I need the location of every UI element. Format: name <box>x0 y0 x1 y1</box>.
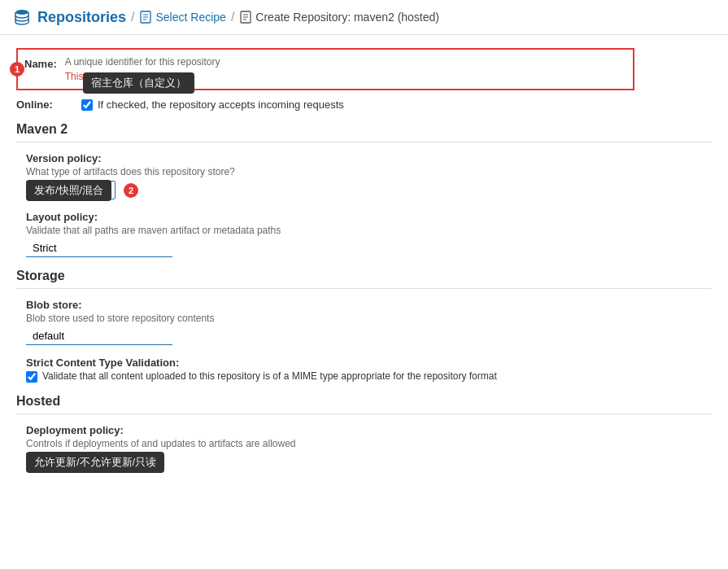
strict-content-checkbox[interactable] <box>26 371 37 383</box>
deployment-policy-hint: Controls if deployments of and updates t… <box>26 438 712 449</box>
breadcrumb-sep-2: / <box>231 10 234 24</box>
blob-store-hint: Blob store used to store repository cont… <box>26 313 712 324</box>
online-label: Online: <box>16 98 73 111</box>
deployment-policy-label: Deployment policy: <box>26 424 712 436</box>
layout-policy-label: Layout policy: <box>26 211 712 223</box>
online-hint: If checked, the repository accepts incom… <box>98 98 344 111</box>
online-checkbox[interactable] <box>81 99 93 111</box>
storage-title: Storage <box>16 269 712 289</box>
strict-content-row: Validate that all content uploaded to th… <box>26 370 712 383</box>
tooltip-2: 发布/快照/混合 <box>26 180 111 201</box>
form-content: Name: A unique identifier for this repos… <box>0 35 728 496</box>
breadcrumb-current: Create Repository: maven2 (hosted) <box>239 11 439 24</box>
version-policy-hint: What type of artifacts does this reposit… <box>26 166 712 177</box>
layout-policy-select[interactable]: Strict Permissive <box>26 239 172 257</box>
tooltip-1: 宿主仓库（自定义） <box>83 72 194 94</box>
layout-policy-hint: Validate that all paths are maven artifa… <box>26 225 712 236</box>
database-icon <box>13 8 31 26</box>
breadcrumb-link-1-label: Select Recipe <box>155 11 225 24</box>
svg-point-0 <box>15 10 28 15</box>
repo-icon <box>239 11 252 24</box>
badge-1: 1 <box>10 62 24 77</box>
breadcrumb-link-1[interactable]: Select Recipe <box>139 11 225 24</box>
maven2-title: Maven 2 <box>16 122 712 142</box>
page-title: Repositories <box>37 9 126 26</box>
name-label: Name: <box>24 56 57 70</box>
strict-content-label: Strict Content Type Validation: <box>26 357 712 369</box>
hosted-title: Hosted <box>16 394 712 414</box>
tooltip-3: 允许更新/不允许更新/只读 <box>26 452 164 473</box>
badge-2: 2 <box>124 183 138 198</box>
name-hint: A unique identifier for this repository <box>65 56 626 68</box>
blob-store-select[interactable]: default <box>26 327 172 345</box>
breadcrumb-current-label: Create Repository: maven2 (hosted) <box>255 11 439 24</box>
page-header: Repositories / Select Recipe / Create Re… <box>0 0 728 35</box>
strict-content-hint: Validate that all content uploaded to th… <box>42 370 497 382</box>
breadcrumb-sep-1: / <box>131 10 134 24</box>
recipe-icon <box>139 11 152 24</box>
online-check-area: If checked, the repository accepts incom… <box>81 98 344 111</box>
blob-store-label: Blob store: <box>26 299 712 311</box>
version-policy-label: Version policy: <box>26 152 712 164</box>
